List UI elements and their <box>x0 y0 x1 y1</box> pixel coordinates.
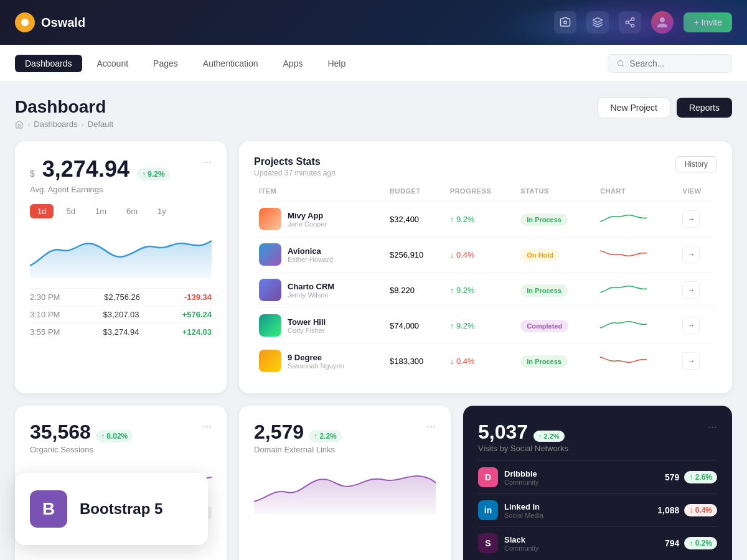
val-1: $2,756.26 <box>104 292 140 302</box>
domain-chart <box>254 464 436 514</box>
earnings-card: ··· $ 3,274.94 ↑ 9.2% Avg. Agent Earning… <box>15 141 227 393</box>
project-budget: $256,910 <box>385 237 445 273</box>
change-1: -139.34 <box>184 292 212 302</box>
social-platform-icon: D <box>478 467 498 487</box>
col-progress: PROGRESS <box>445 187 515 202</box>
breadcrumb-current: Default <box>88 119 113 129</box>
bootstrap-icon: B <box>30 490 67 528</box>
project-thumb <box>259 350 281 372</box>
svg-marker-1 <box>593 18 603 23</box>
organic-label: Organic Sessions <box>30 445 212 454</box>
reports-button[interactable]: Reports <box>677 98 732 118</box>
social-platform-icon: in <box>478 500 498 520</box>
projects-table: ITEM BUDGET PROGRESS STATUS CHART VIEW M… <box>254 187 717 378</box>
projects-title-area: Projects Stats Updated 37 minutes ago <box>254 156 336 177</box>
social-menu-icon[interactable]: ··· <box>708 421 717 434</box>
project-view-btn[interactable]: → <box>682 281 700 299</box>
project-view-btn[interactable]: → <box>682 317 700 334</box>
col-budget: BUDGET <box>385 187 445 202</box>
app-name: Oswald <box>41 16 85 30</box>
social-networks-card: 5,037 ↑ 2.2% Visits by Social Networks ·… <box>463 406 732 560</box>
project-budget: $8,220 <box>385 273 445 308</box>
share-icon[interactable] <box>619 11 641 34</box>
filter-1m[interactable]: 1m <box>88 204 114 218</box>
history-button[interactable]: History <box>675 156 717 172</box>
organic-amount: 35,568 ↑ 8.02% <box>30 421 202 444</box>
svg-point-3 <box>626 21 629 24</box>
project-view-btn[interactable]: → <box>682 210 700 228</box>
filter-6m[interactable]: 6m <box>119 204 145 218</box>
col-item: ITEM <box>254 187 385 202</box>
project-thumb <box>259 279 281 301</box>
svg-line-8 <box>622 65 624 66</box>
svg-point-0 <box>564 21 567 24</box>
bootstrap-label: Bootstrap 5 <box>80 500 162 518</box>
project-progress: ↓ 0.4% <box>450 250 475 259</box>
invite-button[interactable]: + Invite <box>684 12 732 32</box>
project-name: Charto CRM <box>288 282 334 291</box>
nav-apps[interactable]: Apps <box>273 55 313 72</box>
search-input[interactable] <box>629 58 723 68</box>
domain-menu-icon[interactable]: ··· <box>426 421 436 432</box>
filter-1y[interactable]: 1y <box>150 204 174 218</box>
project-status: On Hold <box>520 249 560 261</box>
social-value: 579 <box>665 472 679 482</box>
top-cards-row: ··· $ 3,274.94 ↑ 9.2% Avg. Agent Earning… <box>15 141 732 393</box>
col-view: VIEW <box>677 187 717 202</box>
projects-card: Projects Stats Updated 37 minutes ago Hi… <box>239 141 732 393</box>
nav-account[interactable]: Account <box>87 55 139 72</box>
organic-menu-icon[interactable]: ··· <box>202 421 212 432</box>
camera-icon[interactable] <box>554 11 576 34</box>
nav-pages[interactable]: Pages <box>143 55 188 72</box>
data-rows: 2:30 PM $2,756.26 -139.34 3:10 PM $3,207… <box>30 288 212 340</box>
breadcrumb-dashboards[interactable]: Dashboards <box>34 119 77 129</box>
search-icon <box>617 59 624 68</box>
project-author: Jenny Wilson <box>288 291 334 299</box>
project-status: In Process <box>520 213 568 226</box>
layers-icon[interactable] <box>586 11 609 34</box>
social-platform-icon: S <box>478 533 498 553</box>
nav-dashboards[interactable]: Dashboards <box>15 55 82 72</box>
project-info: Tower Hill Cody Fisher <box>288 317 326 334</box>
nav-authentication[interactable]: Authentication <box>193 55 268 72</box>
project-view-btn[interactable]: → <box>682 352 700 370</box>
svg-point-7 <box>618 60 623 65</box>
svg-line-6 <box>629 20 632 22</box>
avatar[interactable] <box>651 11 674 34</box>
new-project-button[interactable]: New Project <box>598 97 670 118</box>
project-item: Tower Hill Cody Fisher <box>259 314 380 337</box>
logo-area: Oswald <box>15 12 554 32</box>
project-sparkline <box>600 280 650 299</box>
project-progress: ↑ 9.2% <box>450 321 475 330</box>
projects-title: Projects Stats <box>254 156 336 167</box>
project-view-btn[interactable]: → <box>682 246 700 263</box>
filter-1d[interactable]: 1d <box>30 204 54 218</box>
project-progress: ↑ 9.2% <box>450 215 475 224</box>
filter-5d[interactable]: 5d <box>59 204 82 218</box>
val-2: $3,207.03 <box>103 310 139 319</box>
project-author: Savannah Nguyen <box>288 362 344 370</box>
breadcrumb: › Dashboards › Default <box>15 119 113 129</box>
svg-point-4 <box>632 24 635 27</box>
search-bar <box>608 54 732 73</box>
domain-amount: 2,579 ↑ 2.2% <box>254 421 426 444</box>
project-status: In Process <box>520 355 568 368</box>
social-left: D Dribbble Community <box>478 467 539 487</box>
social-value: 1,088 <box>657 505 679 515</box>
social-value: 794 <box>665 538 679 548</box>
nav-help[interactable]: Help <box>317 55 355 72</box>
project-info: Charto CRM Jenny Wilson <box>288 282 334 299</box>
social-badge: ↑ 2.2% <box>533 431 565 442</box>
social-platform-name: Dribbble <box>504 469 539 478</box>
navbar: Dashboards Account Pages Authentication … <box>0 45 747 82</box>
social-change: ↑ 0.2% <box>684 537 717 549</box>
project-author: Jane Cooper <box>288 220 327 228</box>
card-menu-icon[interactable]: ··· <box>202 156 212 167</box>
project-item: Mivy App Jane Cooper <box>259 208 380 230</box>
social-left: S Slack Community <box>478 533 539 553</box>
social-info: Slack Community <box>504 535 539 552</box>
projects-header: Projects Stats Updated 37 minutes ago Hi… <box>254 156 717 177</box>
project-progress: ↓ 0.4% <box>450 357 475 366</box>
social-platform-type: Social Media <box>504 511 543 519</box>
social-items: D Dribbble Community 579 ↑ 2.6% in Linke… <box>478 460 717 559</box>
